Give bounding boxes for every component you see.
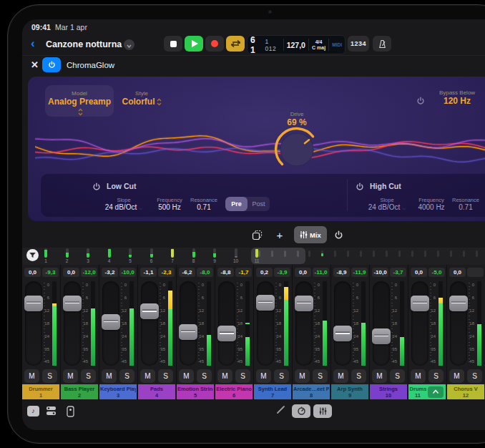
fader-handle[interactable] xyxy=(372,328,391,344)
volume-readout[interactable]: -10,0 xyxy=(372,268,388,277)
fader-handle[interactable] xyxy=(256,295,275,311)
highcut-slope[interactable]: Slope 24 dB/Oct ⌵ xyxy=(361,197,413,211)
pencil-tool-button[interactable] xyxy=(275,404,286,418)
solo-button[interactable]: S xyxy=(467,369,482,383)
back-chevron-icon[interactable]: ‹ xyxy=(31,36,35,51)
lowcut-power-button[interactable] xyxy=(92,181,101,194)
project-title[interactable]: Canzone notturna xyxy=(46,39,122,49)
volume-readout[interactable]: 0,0 xyxy=(411,268,427,277)
stop-button[interactable] xyxy=(164,36,182,52)
track-name-bar[interactable]: Strings10 xyxy=(370,384,407,399)
volume-readout[interactable]: -8,8 xyxy=(217,268,234,277)
solo-button[interactable]: S xyxy=(351,369,366,383)
fader-handle[interactable] xyxy=(295,296,313,311)
mute-button[interactable]: M xyxy=(140,369,155,383)
track-name-bar[interactable]: Synth Lead7 xyxy=(254,384,291,399)
solo-button[interactable]: S xyxy=(274,369,289,383)
mute-button[interactable]: M xyxy=(295,369,310,383)
solo-button[interactable]: S xyxy=(428,369,444,383)
fader-handle[interactable] xyxy=(333,326,352,341)
fader-handle[interactable] xyxy=(102,314,120,330)
track-name-bar[interactable]: Chorus V12 xyxy=(447,384,484,399)
fader-handle[interactable] xyxy=(217,326,236,341)
loop-browser-button[interactable]: ♪ xyxy=(27,406,39,417)
peak-readout[interactable]: -11,0 xyxy=(313,268,329,277)
mute-button[interactable]: M xyxy=(179,369,194,383)
peak-readout[interactable]: -2,3 xyxy=(158,268,175,277)
volume-readout[interactable]: -3,2 xyxy=(102,268,118,277)
filter-button[interactable] xyxy=(26,249,39,261)
drive-knob[interactable] xyxy=(273,125,321,174)
solo-button[interactable]: S xyxy=(235,369,250,383)
plugin-power-button[interactable] xyxy=(42,57,61,72)
pre-option[interactable]: Pre xyxy=(225,197,248,211)
channel-strip-button[interactable] xyxy=(67,406,74,420)
peak-readout[interactable]: -12,0 xyxy=(81,268,97,277)
volume-readout[interactable]: 0,0 xyxy=(63,268,79,277)
peak-readout[interactable]: -9,3 xyxy=(42,268,59,277)
mix-toggle-button[interactable]: Mix xyxy=(294,226,327,243)
mute-button[interactable]: M xyxy=(411,369,426,383)
mute-button[interactable]: M xyxy=(102,369,117,383)
model-value[interactable]: Analog Preamp xyxy=(45,97,114,117)
track-name-bar[interactable]: Emotion Strings5 xyxy=(177,384,214,399)
regions-button[interactable] xyxy=(247,226,267,243)
mute-button[interactable]: M xyxy=(256,369,271,383)
fader-handle[interactable] xyxy=(411,296,429,311)
track-name-bar[interactable]: Drummer1 xyxy=(22,384,59,399)
track-name-bar[interactable]: Keyboard Player3 xyxy=(99,384,137,399)
model-selector[interactable]: Model Analog Preamp xyxy=(45,85,114,117)
peak-readout[interactable]: -8,0 xyxy=(197,268,213,277)
solo-button[interactable]: S xyxy=(42,369,57,383)
plugin-tiles-button[interactable] xyxy=(46,406,57,419)
mute-button[interactable]: M xyxy=(449,369,464,383)
lowcut-slope[interactable]: Slope 24 dB/Oct ⌵ xyxy=(98,197,150,211)
fader-handle[interactable] xyxy=(63,296,82,311)
bypass-control[interactable]: Bypass Below 120 Hz xyxy=(430,89,484,106)
mute-button[interactable]: M xyxy=(333,369,348,383)
solo-button[interactable]: S xyxy=(197,369,212,383)
highcut-resonance[interactable]: Resonance 0.71 xyxy=(443,197,485,211)
mute-button[interactable]: M xyxy=(63,369,78,383)
fader-handle[interactable] xyxy=(179,324,197,340)
track-name-bar[interactable]: Bass Player2 xyxy=(61,384,98,399)
mixer-power-button[interactable] xyxy=(328,226,348,243)
metronome-button[interactable] xyxy=(373,36,391,52)
mixer-view-button[interactable] xyxy=(313,404,332,418)
add-track-button[interactable]: + xyxy=(271,226,288,243)
controls-view-button[interactable] xyxy=(292,404,310,418)
track-name-bar[interactable]: Pads4 xyxy=(138,384,175,399)
volume-readout[interactable]: 0,0 xyxy=(24,268,41,277)
peak-readout[interactable]: -10,0 xyxy=(119,268,136,277)
peak-readout[interactable]: -3,7 xyxy=(390,268,406,277)
track-overview-scrubber[interactable]: 1234567891011 xyxy=(22,248,485,265)
peak-readout[interactable]: -5,0 xyxy=(428,268,445,277)
style-value[interactable]: Colorful xyxy=(109,97,174,107)
close-icon[interactable]: ✕ xyxy=(31,59,39,70)
record-button[interactable] xyxy=(205,36,224,52)
volume-readout[interactable]: -1,1 xyxy=(140,268,157,277)
volume-readout[interactable]: 0,0 xyxy=(449,268,466,277)
track-name-bar[interactable]: Arcade…eet Pad8 xyxy=(293,384,330,399)
solo-button[interactable]: S xyxy=(158,369,173,383)
cycle-button[interactable] xyxy=(226,36,245,52)
peak-readout[interactable]: -11,9 xyxy=(351,268,368,277)
solo-button[interactable]: S xyxy=(313,369,328,383)
collapse-chevron-button[interactable] xyxy=(428,386,444,398)
play-button[interactable] xyxy=(185,36,203,52)
post-option[interactable]: Post xyxy=(248,197,270,211)
track-name-bar[interactable]: Electric Piano6 xyxy=(215,384,253,399)
mute-button[interactable]: M xyxy=(372,369,387,383)
peak-readout[interactable] xyxy=(467,268,484,277)
bypass-power-button[interactable] xyxy=(416,95,425,108)
solo-button[interactable]: S xyxy=(390,369,405,383)
solo-button[interactable]: S xyxy=(81,369,96,383)
project-menu-button[interactable] xyxy=(124,39,134,50)
volume-readout[interactable]: -6,2 xyxy=(179,268,195,277)
fader-handle[interactable] xyxy=(140,303,159,319)
track-name-bar[interactable]: Arp Synth9 xyxy=(331,384,368,399)
peak-readout[interactable]: -3,9 xyxy=(274,268,290,277)
fader-handle[interactable] xyxy=(449,296,468,311)
style-selector[interactable]: Style Colorful xyxy=(109,85,174,107)
lowcut-resonance[interactable]: Resonance 0.71 xyxy=(181,197,227,211)
